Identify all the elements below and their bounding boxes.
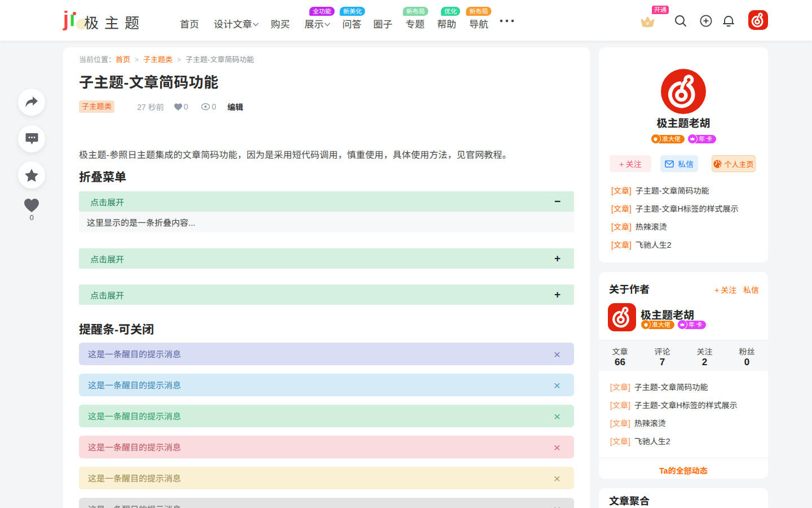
svg-text:v: v: [646, 20, 649, 26]
